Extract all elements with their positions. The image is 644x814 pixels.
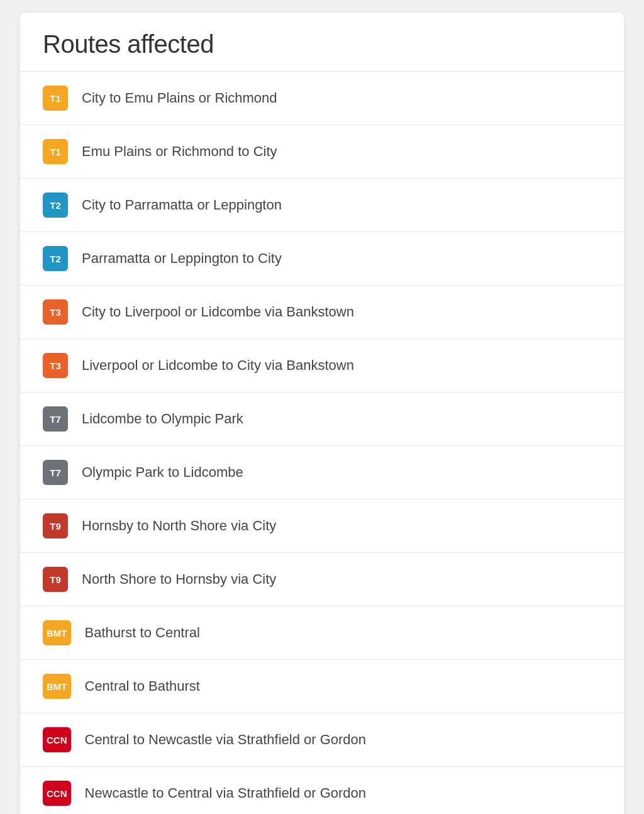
route-label: Lidcombe to Olympic Park xyxy=(82,411,243,427)
route-badge: T9 xyxy=(43,513,68,538)
route-item: CCNCentral to Newcastle via Strathfield … xyxy=(20,713,624,767)
route-label: Hornsby to North Shore via City xyxy=(82,518,276,534)
route-badge: T7 xyxy=(43,406,68,432)
route-item: BMTCentral to Bathurst xyxy=(20,660,624,713)
route-badge: T1 xyxy=(43,86,68,111)
route-badge: T7 xyxy=(43,460,68,485)
route-badge: CCN xyxy=(43,781,71,806)
route-label: North Shore to Hornsby via City xyxy=(82,571,276,588)
route-label: Bathurst to Central xyxy=(85,625,200,641)
card-header: Routes affected xyxy=(20,13,624,72)
route-item: T2Parramatta or Leppington to City xyxy=(20,232,624,286)
route-item: T3City to Liverpool or Lidcombe via Bank… xyxy=(20,286,624,339)
route-item: CCNNewcastle to Central via Strathfield … xyxy=(20,767,624,814)
page-title: Routes affected xyxy=(43,30,601,59)
route-badge: T3 xyxy=(43,353,68,378)
route-label: City to Emu Plains or Richmond xyxy=(82,90,277,106)
route-badge: T2 xyxy=(43,192,68,218)
route-label: Emu Plains or Richmond to City xyxy=(82,143,277,160)
route-label: Parramatta or Leppington to City xyxy=(82,250,282,267)
route-item: T1City to Emu Plains or Richmond xyxy=(20,72,624,125)
route-badge: T2 xyxy=(43,246,68,271)
route-badge: BMT xyxy=(43,674,71,699)
route-badge: T3 xyxy=(43,299,68,325)
routes-affected-card: Routes affected T1City to Emu Plains or … xyxy=(20,13,624,814)
route-list: T1City to Emu Plains or RichmondT1Emu Pl… xyxy=(20,72,624,814)
route-item: T2City to Parramatta or Leppington xyxy=(20,179,624,232)
route-item: T7Olympic Park to Lidcombe xyxy=(20,446,624,499)
route-item: T1Emu Plains or Richmond to City xyxy=(20,125,624,179)
route-item: T9North Shore to Hornsby via City xyxy=(20,553,624,606)
route-badge: T1 xyxy=(43,139,68,164)
route-label: City to Parramatta or Leppington xyxy=(82,197,282,213)
route-label: Central to Bathurst xyxy=(85,678,200,694)
route-item: T7Lidcombe to Olympic Park xyxy=(20,393,624,446)
route-item: BMTBathurst to Central xyxy=(20,606,624,660)
route-item: T9Hornsby to North Shore via City xyxy=(20,499,624,553)
route-item: T3Liverpool or Lidcombe to City via Bank… xyxy=(20,339,624,393)
route-badge: BMT xyxy=(43,620,71,645)
route-label: City to Liverpool or Lidcombe via Bankst… xyxy=(82,304,354,320)
route-label: Newcastle to Central via Strathfield or … xyxy=(85,785,367,801)
route-label: Central to Newcastle via Strathfield or … xyxy=(85,732,367,748)
route-badge: T9 xyxy=(43,567,68,592)
route-badge: CCN xyxy=(43,727,71,752)
route-label: Liverpool or Lidcombe to City via Bankst… xyxy=(82,357,354,374)
route-label: Olympic Park to Lidcombe xyxy=(82,464,243,481)
